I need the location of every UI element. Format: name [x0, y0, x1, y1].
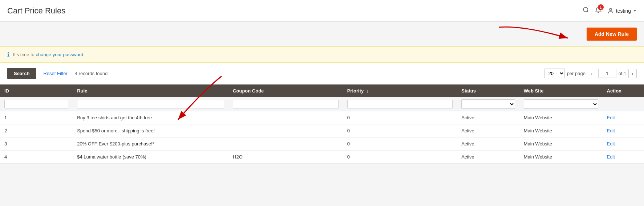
cell-status: Active [457, 124, 519, 137]
cell-coupon [228, 124, 343, 137]
header: Cart Price Rules 1 testing ▼ [0, 0, 644, 22]
cell-id: 1 [0, 111, 73, 124]
table-header-row: ID Rule Coupon Code Priority ↓ Status We… [0, 85, 644, 97]
cell-coupon [228, 137, 343, 151]
page-number-input[interactable] [598, 69, 616, 78]
page-title: Cart Price Rules [7, 6, 65, 16]
sort-icon: ↓ [366, 89, 369, 93]
cell-rule: 20% OFF Ever $200-plus purchase!* [73, 137, 228, 151]
user-menu[interactable]: testing ▼ [607, 8, 637, 14]
per-page-select[interactable]: 20 30 50 100 200 [544, 69, 565, 78]
cell-action: Edit [603, 124, 644, 137]
notification-badge: 1 [598, 4, 604, 10]
cell-priority: 0 [343, 151, 457, 164]
user-name: testing [616, 8, 631, 14]
col-header-status: Status [457, 85, 519, 97]
svg-point-2 [609, 8, 612, 11]
toolbar: Add New Rule [0, 22, 644, 46]
cell-website: Main Website [519, 124, 603, 137]
cell-action: Edit [603, 137, 644, 151]
per-page-label: per page [567, 71, 586, 76]
cell-rule: Spend $50 or more - shipping is free! [73, 124, 228, 137]
cell-priority: 0 [343, 124, 457, 137]
cell-rule: $4 Luma water bottle (save 70%) [73, 151, 228, 164]
search-bar: Search Reset Filter 4 records found 20 3… [0, 63, 644, 85]
main-content: Add New Rule ℹ It's time to change your … [0, 22, 644, 164]
edit-link[interactable]: Edit [607, 128, 615, 133]
col-header-website: Web Site [519, 85, 603, 97]
table-row: 3 20% OFF Ever $200-plus purchase!* 0 Ac… [0, 137, 644, 151]
notification-icon[interactable]: 1 [595, 7, 602, 15]
cell-rule: Buy 3 tee shirts and get the 4th free [73, 111, 228, 124]
cell-action: Edit [603, 151, 644, 164]
filter-website-select[interactable]: Main Website [524, 99, 598, 109]
search-button[interactable]: Search [7, 68, 36, 79]
table-row: 4 $4 Luma water bottle (save 70%) H2O 0 … [0, 151, 644, 164]
cell-id: 3 [0, 137, 73, 151]
filter-priority-input[interactable] [347, 100, 453, 108]
filter-rule-input[interactable] [77, 100, 224, 108]
arrow-annotation [495, 24, 575, 47]
filter-row: Active Inactive Main Website [0, 97, 644, 111]
cell-coupon: H2O [228, 151, 343, 164]
pagination: 20 30 50 100 200 per page ‹ of 1 › [544, 69, 637, 78]
reset-filter-button[interactable]: Reset Filter [42, 68, 69, 79]
cell-id: 2 [0, 124, 73, 137]
filter-coupon-input[interactable] [233, 100, 339, 108]
filter-id-input[interactable] [4, 100, 68, 108]
col-header-coupon: Coupon Code [228, 85, 343, 97]
edit-link[interactable]: Edit [607, 115, 615, 120]
cell-website: Main Website [519, 151, 603, 164]
cell-status: Active [457, 111, 519, 124]
cell-priority: 0 [343, 111, 457, 124]
next-page-button[interactable]: › [628, 69, 637, 78]
svg-point-0 [583, 7, 588, 12]
records-count: 4 records found [75, 71, 108, 76]
col-header-rule: Rule [73, 85, 228, 97]
info-text: It's time to change your password. [13, 52, 85, 57]
prev-page-button[interactable]: ‹ [588, 69, 596, 78]
edit-link[interactable]: Edit [607, 154, 615, 160]
col-header-id: ID [0, 85, 73, 97]
table-row: 1 Buy 3 tee shirts and get the 4th free … [0, 111, 644, 124]
cell-action: Edit [603, 111, 644, 124]
filter-status-select[interactable]: Active Inactive [461, 99, 515, 109]
info-banner: ℹ It's time to change your password. [0, 46, 644, 63]
edit-link[interactable]: Edit [607, 141, 615, 147]
info-icon: ℹ [7, 51, 9, 58]
search-icon[interactable] [583, 7, 589, 15]
svg-line-1 [587, 11, 588, 12]
page-of-label: of 1 [619, 71, 627, 76]
header-actions: 1 testing ▼ [583, 7, 637, 15]
col-header-priority[interactable]: Priority ↓ [343, 85, 457, 97]
add-new-rule-button[interactable]: Add New Rule [587, 28, 637, 41]
cell-website: Main Website [519, 137, 603, 151]
data-table: ID Rule Coupon Code Priority ↓ Status We… [0, 85, 644, 164]
cell-coupon [228, 111, 343, 124]
chevron-down-icon: ▼ [633, 9, 637, 13]
cell-status: Active [457, 137, 519, 151]
change-password-link[interactable]: change your password. [36, 52, 84, 57]
col-header-action: Action [603, 85, 644, 97]
cell-priority: 0 [343, 137, 457, 151]
cell-id: 4 [0, 151, 73, 164]
cell-website: Main Website [519, 111, 603, 124]
cell-status: Active [457, 151, 519, 164]
table-row: 2 Spend $50 or more - shipping is free! … [0, 124, 644, 137]
